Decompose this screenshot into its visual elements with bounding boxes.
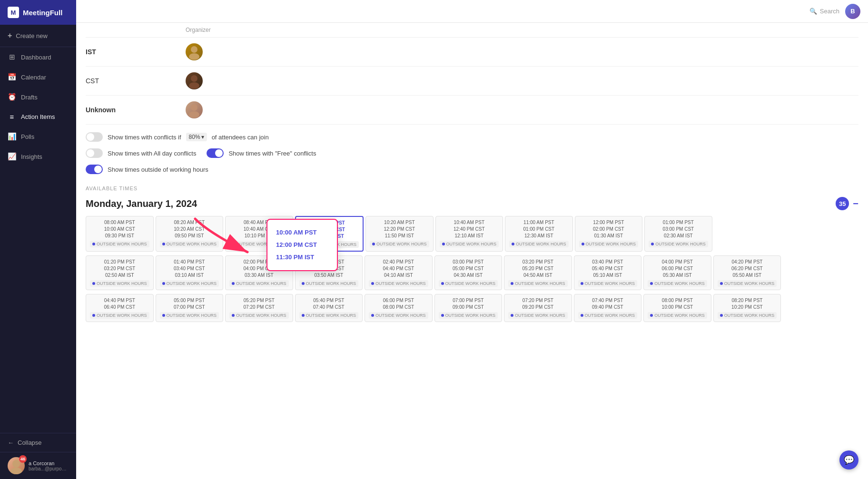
cst-time: 08:00 PM CST xyxy=(369,304,428,311)
time-slot[interactable]: 02:40 PM PST04:40 PM CST04:10 AM ISTOUTS… xyxy=(365,255,433,290)
sidebar-item-action-items[interactable]: ≡ Action Items xyxy=(0,107,76,127)
outside-work-hours-badge: OUTSIDE WORK HOURS xyxy=(370,241,429,247)
notification-badge: 46 xyxy=(19,455,27,463)
search-box[interactable]: 🔍 Search xyxy=(809,8,839,15)
time-slot[interactable]: 07:20 PM PST09:20 PM CSTOUTSIDE WORK HOU… xyxy=(504,294,572,322)
cst-time: 05:20 PM CST xyxy=(508,265,568,272)
pst-time: 05:40 PM PST xyxy=(299,297,359,304)
insights-icon: 📈 xyxy=(8,152,16,161)
sidebar-item-drafts[interactable]: ⏰ Drafts xyxy=(0,87,76,107)
user-profile-area[interactable]: 46 a Corcoran barba...@purpome.c... xyxy=(0,452,76,479)
outside-work-hours-badge: OUTSIDE WORK HOURS xyxy=(718,312,777,319)
time-slot[interactable]: 05:00 PM PST07:00 PM CSTOUTSIDE WORK HOU… xyxy=(156,294,224,322)
svg-point-0 xyxy=(12,460,20,468)
time-slot[interactable]: 10:40 AM PST12:40 PM CST12:10 AM ISTOUTS… xyxy=(435,216,503,252)
toggle-outside[interactable] xyxy=(86,165,103,174)
pst-time: 04:40 PM PST xyxy=(90,297,149,304)
setting-conflicts: Show times with conflicts if 80% ▾ of at… xyxy=(86,132,858,142)
outside-work-hours-badge: OUTSIDE WORK HOURS xyxy=(718,280,777,287)
outside-work-hours-badge: OUTSIDE WORK HOURS xyxy=(299,312,359,319)
collapse-button[interactable]: ← Collapse xyxy=(0,433,76,452)
outside-work-hours-badge: OUTSIDE WORK HOURS xyxy=(508,312,568,319)
popup-pst-time: 10:00 AM PST xyxy=(276,226,328,239)
outside-work-hours-badge: OUTSIDE WORK HOURS xyxy=(440,241,499,247)
sidebar-item-calendar[interactable]: 📅 Calendar xyxy=(0,67,76,87)
sidebar-item-insights[interactable]: 📈 Insights xyxy=(0,147,76,166)
time-slot[interactable]: 04:20 PM PST06:20 PM CST05:50 AM ISTOUTS… xyxy=(713,255,781,290)
create-new-button[interactable]: + Create new xyxy=(0,25,76,47)
sidebar-item-polls[interactable]: 📊 Polls xyxy=(0,127,76,147)
cst-time: 05:00 PM CST xyxy=(439,265,498,272)
outside-work-hours-badge: OUTSIDE WORK HOURS xyxy=(648,280,707,287)
cst-time: 07:40 PM CST xyxy=(299,304,359,311)
time-slot[interactable]: 10:20 AM PST12:20 PM CST11:50 PM ISTOUTS… xyxy=(365,216,434,252)
time-slot[interactable]: 01:40 PM PST03:40 PM CST03:10 AM ISTOUTS… xyxy=(156,255,224,290)
pst-time: 05:20 PM PST xyxy=(229,297,289,304)
toggle-conflicts[interactable] xyxy=(86,132,103,142)
cst-time: 06:20 PM CST xyxy=(718,265,777,272)
time-slot[interactable]: 04:00 PM PST06:00 PM CST05:30 AM ISTOUTS… xyxy=(643,255,711,290)
time-slot[interactable]: 06:00 PM PST08:00 PM CSTOUTSIDE WORK HOU… xyxy=(365,294,433,322)
polls-icon: 📊 xyxy=(8,132,16,141)
outside-work-hours-badge: OUTSIDE WORK HOURS xyxy=(369,280,428,287)
collapse-icon: ← xyxy=(8,439,14,446)
action-items-icon: ≡ xyxy=(8,113,16,121)
time-slot[interactable]: 05:20 PM PST07:20 PM CSTOUTSIDE WORK HOU… xyxy=(225,294,293,322)
time-slot[interactable]: 05:40 PM PST07:40 PM CSTOUTSIDE WORK HOU… xyxy=(295,294,363,322)
dashboard-icon: ⊞ xyxy=(8,53,16,61)
attendee-avatar-ist xyxy=(186,43,203,60)
time-slot[interactable]: 03:20 PM PST05:20 PM CST04:50 AM ISTOUTS… xyxy=(504,255,572,290)
user-avatar-top[interactable]: B xyxy=(845,4,860,19)
time-slot[interactable]: 12:00 PM PST02:00 PM CST01:30 AM ISTOUTS… xyxy=(575,216,643,252)
ist-time: 12:10 AM IST xyxy=(440,233,499,239)
toggle-free-conflicts[interactable] xyxy=(207,148,224,158)
chat-button[interactable]: 💬 xyxy=(839,450,858,469)
attendee-row-unknown: Unknown xyxy=(86,96,858,125)
time-slot[interactable]: 03:00 PM PST05:00 PM CST04:30 AM ISTOUTS… xyxy=(434,255,503,290)
time-slot[interactable]: 08:20 PM PST10:20 PM CSTOUTSIDE WORK HOU… xyxy=(713,294,781,322)
ist-time: 12:30 AM IST xyxy=(509,233,569,239)
pst-time: 03:00 PM PST xyxy=(439,259,498,265)
cst-time: 10:00 PM CST xyxy=(648,304,707,311)
user-avatar-wrapper: 46 xyxy=(8,457,25,474)
time-slot[interactable]: 07:00 PM PST09:00 PM CSTOUTSIDE WORK HOU… xyxy=(434,294,503,322)
cst-time: 05:40 PM CST xyxy=(578,265,638,272)
cst-time: 12:20 PM CST xyxy=(370,226,429,233)
attendee-header-row: Organizer xyxy=(86,23,858,38)
sidebar-item-dashboard[interactable]: ⊞ Dashboard xyxy=(0,47,76,67)
main-content: 🔍 Search B Organizer IST xyxy=(76,0,868,479)
time-slot[interactable]: 08:00 AM PST10:00 AM CST09:30 PM ISTOUTS… xyxy=(86,216,154,252)
pst-time: 07:40 PM PST xyxy=(578,297,638,304)
outside-work-hours-badge: OUTSIDE WORK HOURS xyxy=(439,312,498,319)
app-logo[interactable]: M MeetingFull xyxy=(0,0,76,25)
pst-time: 05:00 PM PST xyxy=(160,297,219,304)
ist-time: 02:50 AM IST xyxy=(90,272,149,279)
topbar: 🔍 Search B xyxy=(76,0,868,23)
svg-point-4 xyxy=(191,75,197,82)
toggle-allday[interactable] xyxy=(86,148,103,158)
cst-time: 09:40 PM CST xyxy=(578,304,638,311)
collapse-times-button[interactable]: − xyxy=(853,198,858,209)
pst-time: 10:40 AM PST xyxy=(440,219,499,226)
time-slot[interactable]: 08:00 PM PST10:00 PM CSTOUTSIDE WORK HOU… xyxy=(643,294,711,322)
time-slot[interactable]: 01:00 PM PST03:00 PM CST02:30 AM ISTOUTS… xyxy=(644,216,712,252)
percent-selector[interactable]: 80% ▾ xyxy=(186,133,207,141)
cst-time: 10:20 AM CST xyxy=(160,226,219,233)
outside-work-hours-badge: OUTSIDE WORK HOURS xyxy=(229,280,289,287)
time-slot[interactable]: 07:40 PM PST09:40 PM CSTOUTSIDE WORK HOU… xyxy=(574,294,642,322)
time-slot[interactable]: 04:40 PM PST06:40 PM CSTOUTSIDE WORK HOU… xyxy=(86,294,154,322)
time-slot[interactable]: 11:00 AM PST01:00 PM CST12:30 AM ISTOUTS… xyxy=(505,216,573,252)
svg-point-3 xyxy=(189,53,199,60)
time-slot[interactable]: 03:40 PM PST05:40 PM CST05:10 AM ISTOUTS… xyxy=(574,255,642,290)
cst-time: 12:40 PM CST xyxy=(440,226,499,233)
pst-time: 08:00 AM PST xyxy=(90,219,149,226)
sidebar-item-label: Dashboard xyxy=(21,54,51,61)
outside-work-hours-badge: OUTSIDE WORK HOURS xyxy=(579,241,639,247)
time-slot[interactable]: 08:20 AM PST10:20 AM CST09:50 PM ISTOUTS… xyxy=(156,216,224,252)
time-slot[interactable]: 01:20 PM PST03:20 PM CST02:50 AM ISTOUTS… xyxy=(86,255,154,290)
conflicts-suffix: of attendees can join xyxy=(212,134,269,141)
ist-time: 01:30 AM IST xyxy=(579,233,639,239)
setting-outside: Show times outside of working hours xyxy=(86,165,858,174)
attendee-row-cst: CST xyxy=(86,67,858,96)
outside-work-hours-badge: OUTSIDE WORK HOURS xyxy=(229,312,289,319)
